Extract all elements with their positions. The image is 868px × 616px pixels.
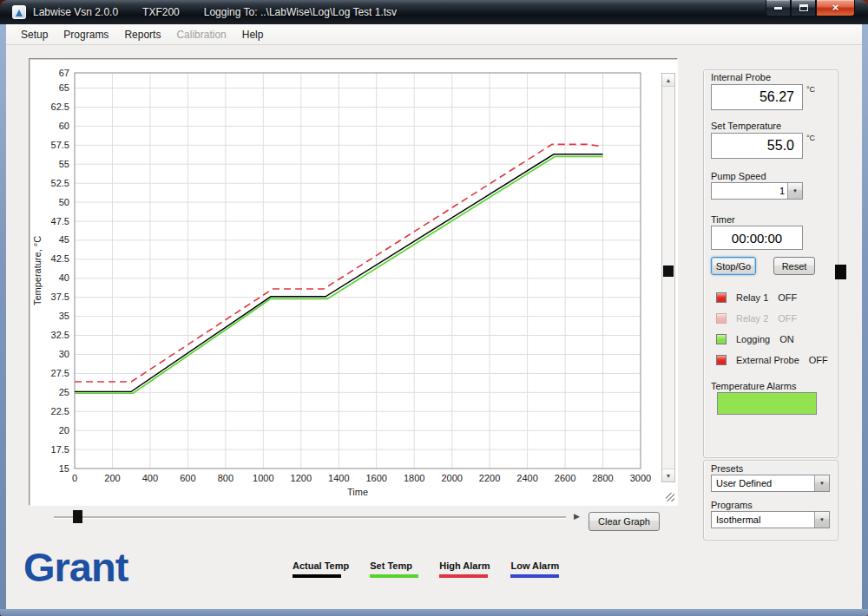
reset-button[interactable]: Reset — [773, 257, 815, 275]
indicator-label: Relay 1 — [736, 292, 768, 303]
external-probe-indicator: External Probe OFF — [716, 354, 828, 366]
legend-label: Actual Temp — [293, 560, 349, 571]
temperature-alarms-label: Temperature Alarms — [711, 381, 796, 391]
scroll-up-button[interactable]: ▲ — [662, 74, 674, 87]
svg-text:22.5: 22.5 — [51, 406, 69, 416]
device-name: TXF200 — [142, 6, 180, 18]
svg-text:47.5: 47.5 — [51, 216, 69, 226]
relay2-indicator: Relay 2 OFF — [716, 312, 797, 324]
relay1-indicator: Relay 1 OFF — [716, 292, 797, 304]
legend-label: Low Alarm — [510, 560, 559, 571]
screen: Labwise Vsn 2.0.0 TXF200 Logging To: ..\… — [0, 0, 868, 616]
clear-graph-button[interactable]: Clear Graph — [589, 512, 660, 531]
svg-text:800: 800 — [218, 473, 233, 483]
scroll-track[interactable] — [662, 87, 674, 469]
timer-label: Timer — [711, 214, 735, 225]
svg-text:1600: 1600 — [365, 473, 386, 483]
window-title: Labwise Vsn 2.0.0 — [33, 6, 118, 18]
indicator-label: External Probe — [736, 355, 799, 365]
legend-line-icon — [293, 574, 341, 578]
legend-low-alarm: Low Alarm — [510, 560, 559, 578]
menu-reports[interactable]: Reports — [116, 26, 168, 43]
dropdown-arrow-icon[interactable]: ▼ — [814, 512, 829, 528]
logging-indicator: Logging ON — [716, 333, 794, 345]
side-slider-thumb[interactable] — [835, 265, 846, 279]
graph-scroll-slider: ▶ — [54, 510, 580, 524]
minimize-icon — [774, 7, 782, 10]
svg-text:2000: 2000 — [441, 473, 462, 483]
legend-actual-temp: Actual Temp — [293, 560, 349, 578]
svg-text:37.5: 37.5 — [51, 292, 69, 302]
svg-text:Time: Time — [347, 487, 368, 497]
menu-calibration[interactable]: Calibration — [168, 26, 233, 43]
resize-grip-icon[interactable] — [666, 493, 674, 501]
svg-text:20: 20 — [59, 425, 69, 436]
svg-text:57.5: 57.5 — [51, 140, 69, 150]
pump-speed-value: 1 — [775, 186, 787, 196]
presets-label: Presets — [711, 463, 743, 474]
slider-track[interactable] — [54, 516, 566, 518]
programs-label: Programs — [711, 500, 753, 510]
logging-path: Logging To: ..\LabWise\Log\Log Test 1.ts… — [204, 6, 397, 18]
slider-thumb[interactable] — [73, 510, 82, 523]
svg-text:2400: 2400 — [516, 473, 537, 483]
svg-text:62.5: 62.5 — [51, 102, 69, 112]
indicator-label: Logging — [736, 334, 770, 344]
menubar: Setup Programs Reports Calibration Help — [6, 24, 862, 45]
svg-text:1400: 1400 — [328, 473, 349, 483]
svg-text:30: 30 — [59, 349, 69, 359]
chart-vertical-scrollbar: ▲ ▼ — [661, 73, 675, 482]
legend-line-icon — [370, 574, 418, 578]
svg-text:17.5: 17.5 — [51, 444, 69, 455]
svg-text:52.5: 52.5 — [51, 178, 69, 188]
svg-text:42.5: 42.5 — [51, 253, 69, 264]
svg-text:32.5: 32.5 — [51, 330, 69, 340]
svg-text:Temperature, °C: Temperature, °C — [32, 236, 43, 305]
menu-help[interactable]: Help — [234, 26, 272, 43]
stop-go-button[interactable]: Stop/Go — [711, 257, 756, 275]
legend-label: Set Temp — [370, 560, 418, 571]
maximize-button[interactable] — [791, 0, 816, 16]
svg-text:15: 15 — [59, 463, 69, 474]
indicator-label: Relay 2 — [736, 313, 768, 324]
close-button[interactable]: × — [816, 0, 855, 16]
svg-text:60: 60 — [59, 121, 69, 131]
svg-text:65: 65 — [59, 82, 69, 93]
window-frame-left — [0, 24, 6, 616]
pump-speed-dropdown[interactable]: 1 ▼ — [711, 182, 803, 200]
legend-line-icon — [439, 574, 488, 578]
legend-set-temp: Set Temp — [370, 560, 418, 578]
menu-setup[interactable]: Setup — [13, 26, 56, 43]
dropdown-arrow-icon[interactable]: ▼ — [787, 183, 802, 199]
svg-text:2600: 2600 — [555, 473, 575, 483]
legend-line-icon — [510, 574, 559, 578]
indicator-state: OFF — [778, 313, 797, 324]
labwise-window: Labwise Vsn 2.0.0 TXF200 Logging To: ..\… — [0, 0, 868, 616]
menu-programs[interactable]: Programs — [56, 26, 116, 43]
logging-led-icon — [716, 334, 727, 344]
svg-text:2200: 2200 — [479, 473, 500, 483]
slider-right-arrow-icon[interactable]: ▶ — [574, 512, 580, 521]
minimize-button[interactable] — [766, 0, 791, 16]
programs-dropdown[interactable]: Isothermal ▼ — [711, 511, 830, 528]
svg-text:25: 25 — [59, 387, 69, 397]
svg-text:1800: 1800 — [404, 473, 424, 483]
svg-text:35: 35 — [59, 311, 69, 321]
window-frame-right — [862, 24, 868, 616]
client-area: 1517.52022.52527.53032.53537.54042.54547… — [6, 45, 862, 609]
set-temperature-value[interactable]: 55.0 — [711, 133, 803, 159]
temperature-chart: 1517.52022.52527.53032.53537.54042.54547… — [31, 61, 651, 500]
dropdown-arrow-icon[interactable]: ▼ — [814, 475, 829, 491]
pump-speed-label: Pump Speed — [711, 171, 766, 181]
scroll-thumb[interactable] — [663, 265, 674, 277]
timer-value: 00:00:00 — [711, 226, 803, 250]
scroll-down-button[interactable]: ▼ — [662, 469, 674, 482]
svg-text:3000: 3000 — [630, 473, 651, 483]
app-icon — [12, 5, 26, 19]
relay1-led-icon — [716, 292, 727, 303]
presets-dropdown[interactable]: User Defined ▼ — [711, 475, 830, 492]
internal-probe-unit: °C — [806, 85, 815, 94]
svg-text:0: 0 — [72, 473, 77, 483]
up-arrow-icon: ▲ — [666, 77, 672, 83]
svg-text:200: 200 — [104, 473, 120, 483]
